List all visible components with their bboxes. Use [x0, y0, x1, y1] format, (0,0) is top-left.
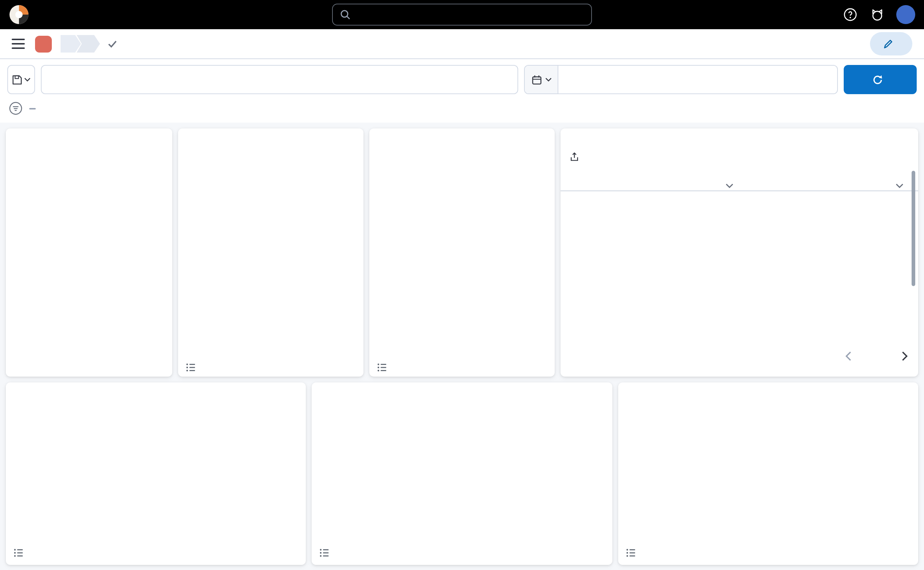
breadcrumb [61, 35, 100, 52]
kql-search-field[interactable] [41, 65, 518, 94]
dashboard-actions [813, 32, 912, 55]
global-search[interactable] [332, 4, 592, 26]
panel-dns-responses [369, 129, 555, 377]
menu-icon[interactable] [12, 39, 25, 49]
legend-toggle-icon[interactable] [319, 547, 330, 558]
column-sort-icon[interactable] [725, 178, 734, 191]
external-query-chart[interactable] [621, 405, 914, 534]
support-cat-icon[interactable] [869, 6, 885, 23]
panel-row-1 [6, 129, 918, 377]
calendar-icon [531, 74, 542, 85]
prev-page-icon[interactable] [845, 351, 852, 361]
panel-dns-top-domains [561, 129, 918, 377]
panel-dns-internal-query [6, 382, 306, 565]
global-search-input[interactable] [356, 9, 584, 20]
export-icon [569, 152, 579, 162]
panel-row-2 [6, 382, 918, 565]
save-icon [12, 74, 23, 85]
panel-dns-requests [178, 129, 363, 377]
column-sort-icon[interactable] [895, 178, 904, 191]
legend-toggle-icon[interactable] [13, 547, 24, 558]
space-badge[interactable] [35, 35, 52, 52]
app-header-bar [0, 29, 924, 59]
filter-icon[interactable] [9, 101, 23, 115]
kql-search-input[interactable] [51, 74, 509, 86]
dns-total-gauge [34, 174, 144, 283]
latency-chart[interactable] [315, 405, 608, 534]
panel-dns-total-requests [6, 129, 172, 377]
check-icon[interactable] [107, 39, 118, 49]
panel-dns-external-query [618, 382, 918, 565]
dns-responses-pie[interactable] [377, 213, 464, 301]
dns-requests-pie[interactable] [185, 204, 295, 314]
next-page-icon[interactable] [901, 351, 908, 361]
refresh-icon [872, 74, 883, 85]
calico-cloud-app [0, 0, 924, 570]
query-bar [0, 59, 924, 100]
breadcrumb-dashboard[interactable] [61, 35, 81, 52]
pencil-icon [883, 39, 893, 49]
export-button[interactable] [569, 152, 585, 162]
edit-button[interactable] [870, 32, 912, 55]
calico-logo-icon [9, 5, 29, 25]
chevron-down-icon [24, 77, 31, 82]
filter-bar [0, 100, 924, 123]
legend-toggle-icon[interactable] [377, 362, 388, 373]
legend-toggle-icon[interactable] [625, 547, 636, 558]
help-icon[interactable] [842, 6, 858, 23]
panel-dns-latency [312, 382, 612, 565]
topbar-actions [842, 5, 915, 24]
legend-toggle-icon[interactable] [185, 362, 196, 373]
date-picker [524, 65, 838, 94]
calico-logo[interactable] [9, 5, 29, 25]
global-topbar [0, 0, 924, 29]
chevron-down-icon [545, 77, 552, 82]
user-avatar[interactable] [896, 5, 915, 24]
internal-query-chart[interactable] [9, 405, 302, 534]
refresh-button[interactable] [844, 65, 917, 94]
dashboard-content [0, 123, 924, 570]
calendar-button[interactable] [525, 66, 558, 93]
search-icon [340, 9, 350, 20]
scrollbar-thumb[interactable] [912, 171, 915, 286]
filter-divider [29, 108, 36, 109]
table-header [561, 169, 918, 191]
saved-query-button[interactable] [7, 65, 35, 94]
pagination [845, 351, 908, 361]
